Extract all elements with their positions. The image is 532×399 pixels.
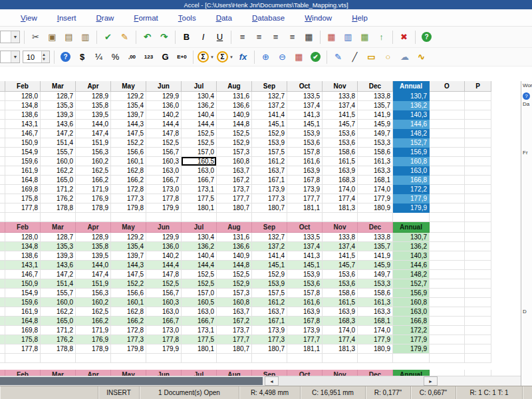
cell[interactable]: 180,9 <box>358 344 393 354</box>
cell[interactable]: 163,7 <box>252 166 287 176</box>
align-center-icon[interactable]: ≡ <box>251 30 267 45</box>
cell[interactable]: 162,2 <box>41 166 76 176</box>
cell[interactable]: 143,6 <box>41 120 76 129</box>
align-right-icon[interactable]: ≡ <box>268 30 283 45</box>
cell[interactable]: 141,5 <box>323 251 358 261</box>
cell-clipped[interactable] <box>0 298 5 307</box>
cell-clipped[interactable] <box>0 233 5 242</box>
cell[interactable]: 162,8 <box>111 307 146 317</box>
cell[interactable]: 161,6 <box>287 157 323 166</box>
cell[interactable]: 152,9 <box>217 138 252 148</box>
cell-empty[interactable] <box>430 157 465 166</box>
cell-empty[interactable] <box>430 166 465 176</box>
cell[interactable]: 137,2 <box>252 101 287 110</box>
cell[interactable]: 163,7 <box>252 307 287 317</box>
cell-empty[interactable] <box>430 222 465 233</box>
cell[interactable]: 166,7 <box>146 176 182 185</box>
cell[interactable]: 164,8 <box>5 176 41 185</box>
cell-empty[interactable] <box>465 261 491 270</box>
cell-annual[interactable]: 166,8 <box>393 317 430 326</box>
column-header-jul[interactable]: Jul <box>182 222 217 233</box>
dropdown-arrow-icon[interactable]: ▼ <box>11 51 19 63</box>
cell-empty[interactable] <box>465 242 491 251</box>
cell[interactable]: 145,7 <box>323 261 358 270</box>
cell[interactable]: 144,4 <box>146 120 182 129</box>
cell[interactable]: 171,9 <box>76 326 111 335</box>
cell[interactable]: 180,7 <box>217 344 252 354</box>
cell-empty[interactable] <box>465 370 491 376</box>
column-header-dec[interactable]: Dec <box>358 370 393 376</box>
cell[interactable]: 137,4 <box>323 101 358 110</box>
cell-empty[interactable] <box>430 317 465 326</box>
cell[interactable]: 157,5 <box>252 148 287 157</box>
cell[interactable]: 153,9 <box>252 138 287 148</box>
merge-cells-icon[interactable]: ▦ <box>301 30 317 45</box>
cell[interactable]: 163,0 <box>182 166 217 176</box>
function-icon[interactable]: fx <box>235 50 251 65</box>
cell[interactable]: 152,2 <box>111 138 146 148</box>
scrollbar-thumb[interactable] <box>0 377 263 385</box>
cell[interactable]: 147,5 <box>111 270 146 279</box>
cell[interactable]: 150,9 <box>5 279 41 289</box>
bold-button[interactable]: B <box>179 30 194 45</box>
cell-clipped[interactable] <box>0 344 5 354</box>
cell[interactable]: 168,3 <box>323 176 358 185</box>
cell[interactable]: 136,0 <box>146 242 182 251</box>
cell[interactable]: 163,3 <box>358 166 393 176</box>
cell-empty[interactable] <box>146 354 182 363</box>
cell[interactable]: 167,8 <box>287 317 323 326</box>
cell[interactable]: 168,1 <box>358 317 393 326</box>
cell[interactable]: 153,9 <box>287 129 323 138</box>
cell-empty[interactable] <box>430 203 465 213</box>
cell-clipped[interactable] <box>0 335 5 344</box>
cell[interactable]: 162,5 <box>76 166 111 176</box>
cell[interactable]: 140,9 <box>217 251 252 261</box>
scroll-right-button[interactable]: ► <box>424 376 438 386</box>
cell[interactable]: 178,8 <box>41 203 76 213</box>
cell-empty[interactable] <box>430 129 465 138</box>
cell-empty[interactable] <box>430 354 465 363</box>
cell[interactable]: 173,9 <box>252 326 287 335</box>
cell[interactable]: 177,9 <box>358 335 393 344</box>
cell[interactable]: 167,1 <box>252 176 287 185</box>
cell[interactable]: 135,7 <box>358 242 393 251</box>
column-header-annual[interactable]: Annual <box>393 222 430 233</box>
cell[interactable]: 177,9 <box>358 194 393 203</box>
cell[interactable]: 128,7 <box>41 233 76 242</box>
cell[interactable]: 160,0 <box>41 298 76 307</box>
cell[interactable]: 167,2 <box>217 176 252 185</box>
cell-empty[interactable] <box>465 120 491 129</box>
cell[interactable]: 128,7 <box>41 92 76 101</box>
cell[interactable]: 152,5 <box>182 129 217 138</box>
cell[interactable]: 145,1 <box>287 120 323 129</box>
cell[interactable]: 140,4 <box>182 251 217 261</box>
cell[interactable]: 141,4 <box>252 110 287 120</box>
cell-annual[interactable]: 148,2 <box>393 129 430 138</box>
cell[interactable]: 137,4 <box>287 101 323 110</box>
cell-annual[interactable]: 130,7 <box>393 92 430 101</box>
cell[interactable]: 179,8 <box>111 344 146 354</box>
chart-icon[interactable]: ▦ <box>324 30 339 45</box>
cell-annual[interactable]: 163,0 <box>393 166 430 176</box>
chart-wizard-icon[interactable]: ▦ <box>291 50 307 65</box>
cell-clipped[interactable] <box>0 101 5 110</box>
cell[interactable]: 168,1 <box>358 176 393 185</box>
column-header-jul[interactable]: Jul <box>182 370 217 376</box>
cell[interactable]: 144,3 <box>111 120 146 129</box>
cell[interactable]: 135,8 <box>76 242 111 251</box>
cell-empty[interactable] <box>76 213 111 222</box>
column-header-feb[interactable]: Feb <box>5 222 41 233</box>
cell[interactable]: 177,8 <box>146 335 182 344</box>
cell[interactable]: 144,8 <box>217 261 252 270</box>
cell[interactable]: 154,9 <box>5 148 41 157</box>
cell[interactable]: 152,5 <box>146 138 182 148</box>
cell[interactable]: 151,9 <box>76 138 111 148</box>
cell-annual[interactable]: 172,2 <box>393 185 430 194</box>
cell[interactable]: 144,4 <box>146 261 182 270</box>
cell-annual[interactable]: 156,9 <box>393 289 430 298</box>
cell-empty[interactable] <box>465 166 491 176</box>
cell[interactable]: 165,0 <box>41 176 76 185</box>
cell-annual[interactable]: 140,3 <box>393 110 430 120</box>
cell[interactable]: 160,3 <box>146 298 182 307</box>
cell[interactable]: 147,2 <box>41 129 76 138</box>
